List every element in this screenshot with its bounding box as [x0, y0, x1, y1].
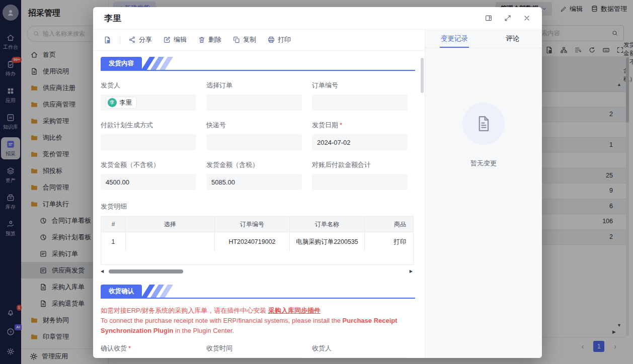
scroll-right-icon[interactable]: ▶ — [410, 269, 413, 274]
edit-label: 编辑 — [174, 35, 187, 44]
reconciled-total-label: 对账后付款金额合计 — [312, 160, 408, 169]
payment-plan-field[interactable] — [101, 134, 196, 150]
plugin-link[interactable]: 采购入库同步插件 — [268, 307, 321, 314]
avatar: 李 — [108, 98, 117, 107]
tracking-no-label: 快递号 — [206, 121, 302, 130]
shipper-label: 发货人 — [101, 81, 196, 90]
shipper-field[interactable]: 李 李里 — [101, 95, 196, 111]
select-order-field[interactable] — [206, 95, 302, 111]
copy-button[interactable]: 复制 — [232, 35, 256, 44]
print-button[interactable]: 打印 — [267, 35, 291, 44]
detail-cell — [126, 232, 215, 251]
edit-icon — [163, 36, 171, 44]
detail-col-header: 选择 — [126, 217, 215, 232]
share-button[interactable]: 分享 — [128, 35, 152, 44]
copy-icon — [232, 36, 241, 44]
delete-icon — [198, 36, 206, 44]
detail-cell: 1 — [101, 232, 126, 251]
payment-plan-label: 付款计划生成方式 — [101, 121, 196, 130]
amount-inc-label: 发货金额（含税） — [206, 160, 302, 169]
copy-label: 复制 — [243, 35, 256, 44]
modal-scrollbar[interactable] — [421, 58, 424, 93]
empty-state-circle — [462, 103, 505, 145]
confirm-receipt-label: 确认收货* — [101, 344, 196, 353]
section-shipping: 发货内容 — [101, 57, 415, 71]
tab-change-log[interactable]: 变更记录 — [425, 29, 484, 48]
edit-button[interactable]: 编辑 — [163, 35, 187, 44]
ship-date-field[interactable]: 2024-07-02 — [312, 134, 408, 150]
print-icon — [267, 36, 275, 44]
expand-icon[interactable] — [504, 14, 512, 22]
print-label: 打印 — [278, 35, 291, 44]
receiver-field[interactable]: 李 李里 — [312, 357, 408, 358]
scroll-left-icon[interactable]: ◀ — [101, 269, 104, 274]
received-radio[interactable]: 已收货 — [101, 357, 196, 358]
detail-table-row[interactable]: 1HT20240719002电脑采购订单2200535打印 — [101, 232, 413, 251]
delete-button[interactable]: 删除 — [198, 35, 221, 44]
empty-state-text: 暂无变更 — [470, 159, 497, 168]
detail-cell: 打印 — [365, 232, 414, 251]
share-icon — [128, 36, 136, 44]
receipt-time-field[interactable]: 2024-07-08 10:35 — [206, 357, 302, 358]
select-order-label: 选择订单 — [206, 81, 302, 90]
amount-ex-field[interactable]: 4500.00 — [101, 174, 196, 190]
order-no-field[interactable] — [312, 95, 408, 111]
amount-ex-label: 发货金额（不含税） — [101, 160, 196, 169]
tab-comments[interactable]: 评论 — [484, 29, 542, 48]
detail-col-header: 订单编号 — [215, 217, 290, 232]
modal-title: 李里 — [104, 13, 121, 24]
document-export-icon[interactable] — [103, 36, 112, 44]
plugin-warning: 如需对接ERP/财务系统的采购入库单，请在插件中心安装 采购入库同步插件 To … — [101, 306, 417, 336]
shipment-detail-modal: 李里 分享编辑删除复制打印 发货内容 发货人 李 — [93, 7, 542, 358]
ship-date-label: 发货日期* — [312, 121, 408, 130]
tracking-no-field[interactable] — [206, 134, 302, 150]
document-icon — [474, 115, 493, 133]
close-icon[interactable] — [523, 14, 531, 22]
receiver-label: 收货人 — [312, 344, 408, 353]
receipt-time-label: 收货时间 — [206, 344, 302, 353]
activity-panel: 变更记录评论 暂无变更 — [425, 29, 542, 358]
amount-inc-field[interactable]: 5085.00 — [206, 174, 302, 190]
side-panel-icon[interactable] — [485, 14, 493, 22]
detail-table-hscrollbar[interactable]: ◀ ▶ — [101, 269, 413, 274]
section-receipt: 收货确认 — [101, 285, 415, 299]
share-label: 分享 — [139, 35, 152, 44]
order-no-label: 订单编号 — [312, 81, 408, 90]
detail-cell: HT20240719002 — [215, 232, 290, 251]
delete-label: 删除 — [208, 35, 221, 44]
detail-cell: 电脑采购订单2200535 — [290, 232, 365, 251]
detail-table-label: 发货明细 — [101, 202, 415, 211]
reconciled-total-field[interactable] — [312, 174, 408, 190]
user-chip[interactable]: 李 李里 — [106, 97, 137, 109]
detail-col-header: 商品 — [365, 217, 414, 232]
shipment-detail-table: #选择订单编号订单名称商品 1HT20240719002电脑采购订单220053… — [101, 216, 414, 265]
detail-col-header: 订单名称 — [290, 217, 365, 232]
detail-col-header: # — [101, 217, 126, 232]
